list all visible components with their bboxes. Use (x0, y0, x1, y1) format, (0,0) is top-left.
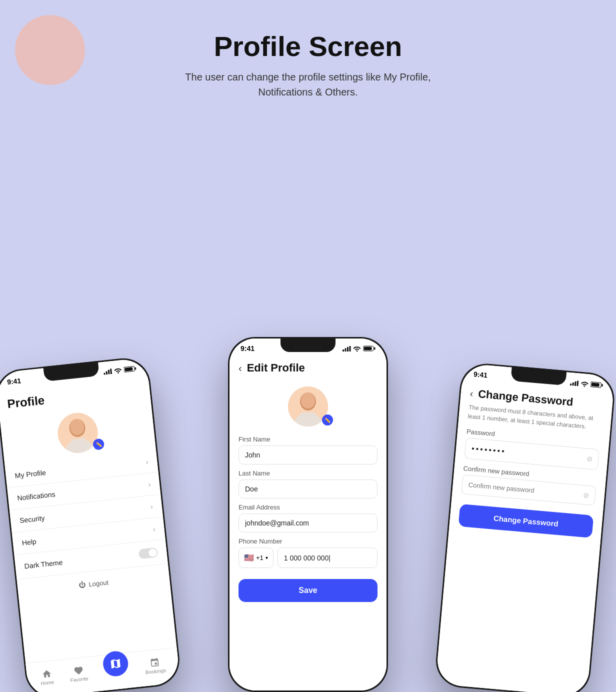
firstname-input[interactable] (238, 446, 378, 464)
notch-2 (280, 337, 336, 352)
nav-home-label: Home (40, 679, 54, 686)
phone-2-inner: 9:41 (230, 338, 386, 690)
avatar-edit-button-2[interactable]: ✏️ (322, 414, 333, 426)
svg-rect-13 (345, 348, 346, 352)
form-group-phone: Phone Number 🇺🇸 +1 ▾ (230, 538, 386, 573)
phone-profile: 9:41 (0, 356, 182, 692)
logout-icon: ⏻ (78, 580, 86, 589)
svg-rect-26 (574, 381, 576, 386)
signal-icon (103, 368, 112, 375)
menu-item-help-label: Help (22, 538, 36, 547)
svg-rect-12 (342, 350, 344, 352)
map-icon (109, 657, 122, 670)
nav-bookings[interactable]: Bookings (144, 656, 166, 675)
svg-rect-27 (576, 380, 578, 386)
profile-screen-title: Profile (6, 383, 141, 411)
menu-items: My Profile › Notifications › Security › … (5, 450, 168, 580)
home-icon (41, 668, 52, 680)
change-password-screen: 9:41 (436, 363, 615, 692)
phone-1-inner: 9:41 (0, 358, 180, 692)
nav-favorite[interactable]: Favorite (69, 664, 88, 683)
lastname-input[interactable] (238, 480, 378, 498)
svg-rect-6 (134, 367, 136, 370)
chevron-right-icon: › (150, 502, 153, 510)
bookings-icon (149, 657, 160, 668)
heart-icon (73, 665, 84, 676)
svg-rect-3 (110, 368, 112, 374)
svg-rect-15 (350, 346, 351, 352)
email-input[interactable] (238, 514, 378, 532)
page-subtitle: The user can change the profile settings… (0, 70, 616, 100)
status-time-3: 9:41 (473, 370, 488, 379)
svg-rect-14 (347, 347, 348, 352)
nav-bookings-label: Bookings (145, 668, 166, 675)
toggle-thumb (148, 548, 158, 558)
svg-rect-30 (602, 384, 603, 386)
svg-rect-23 (301, 412, 315, 426)
svg-rect-24 (570, 383, 572, 385)
menu-item-darktheme-label: Dark Theme (24, 558, 63, 570)
phone-change-password: 9:41 (434, 362, 616, 692)
phone-input-row: 🇺🇸 +1 ▾ (238, 548, 378, 568)
phones-container: 9:41 (0, 167, 616, 692)
menu-item-myprofile-label: My Profile (14, 468, 46, 480)
status-icons-3 (570, 380, 604, 388)
status-icons-1 (103, 366, 136, 375)
signal-icon (342, 346, 351, 352)
svg-rect-25 (572, 382, 574, 386)
chevron-right-icon: › (148, 480, 151, 488)
menu-item-notifications-label: Notifications (17, 490, 56, 502)
avatar-svg (56, 411, 100, 455)
page-header: Profile Screen The user can change the p… (0, 0, 616, 114)
wifi-icon (353, 346, 361, 352)
wifi-icon (580, 380, 589, 386)
email-label: Email Address (238, 504, 378, 511)
edit-header: ‹ Edit Profile (230, 354, 386, 380)
nav-active-icon (102, 650, 130, 678)
phone-input[interactable] (278, 548, 378, 568)
lastname-label: Last Name (238, 470, 378, 477)
dark-theme-toggle[interactable] (138, 548, 158, 560)
form-group-lastname: Last Name (230, 470, 386, 504)
save-button[interactable]: Save (238, 579, 378, 602)
battery-icon (590, 382, 604, 388)
phone-edit-profile: 9:41 (228, 337, 388, 692)
dropdown-icon: ▾ (266, 555, 268, 560)
nav-active[interactable] (102, 650, 130, 678)
battery-icon (363, 346, 376, 352)
avatar-edit-button[interactable]: ✏️ (92, 438, 104, 450)
battery-icon (124, 366, 136, 373)
page-title: Profile Screen (0, 30, 616, 62)
avatar (56, 411, 100, 455)
menu-item-security-label: Security (19, 514, 45, 524)
form-group-firstname: First Name (230, 436, 386, 470)
edit-avatar-wrap: ✏️ (230, 386, 386, 426)
svg-rect-0 (104, 372, 105, 374)
svg-rect-1 (106, 371, 108, 374)
nav-home[interactable]: Home (40, 668, 54, 686)
status-icons-2 (342, 346, 376, 352)
phone-label: Phone Number (238, 538, 378, 545)
svg-rect-5 (124, 367, 133, 372)
profile-screen: 9:41 (0, 358, 180, 692)
eye-icon[interactable]: ⊘ (586, 454, 593, 463)
country-selector[interactable]: 🇺🇸 +1 ▾ (238, 548, 274, 568)
phone-code: +1 (256, 554, 264, 562)
nav-favorite-label: Favorite (70, 676, 88, 683)
back-button[interactable]: ‹ (238, 362, 242, 374)
firstname-label: First Name (238, 436, 378, 443)
edit-profile-title: Edit Profile (247, 362, 305, 374)
form-group-email: Email Address (230, 504, 386, 538)
svg-rect-2 (108, 370, 110, 374)
eye-icon-2[interactable]: ⊘ (583, 491, 590, 500)
chevron-right-icon: › (146, 458, 148, 466)
svg-rect-11 (72, 438, 87, 454)
bottom-nav: Home Favorite Bookings (26, 648, 180, 692)
chevron-right-icon: › (152, 525, 156, 533)
back-button-pwd[interactable]: ‹ (470, 388, 474, 399)
svg-rect-29 (591, 382, 600, 386)
svg-point-21 (301, 392, 315, 408)
phone-3-inner: 9:41 (436, 363, 615, 692)
wifi-icon (114, 367, 122, 374)
status-time-2: 9:41 (240, 344, 254, 352)
